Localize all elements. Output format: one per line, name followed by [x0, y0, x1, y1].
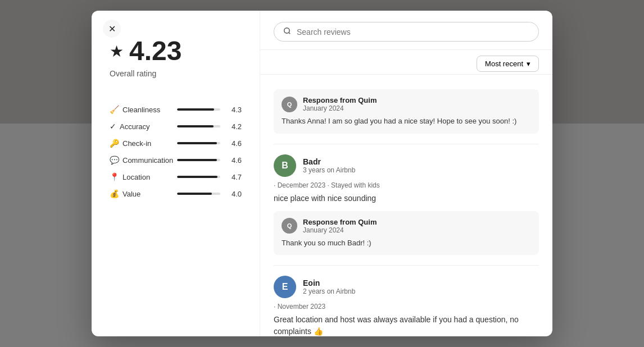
svg-point-0	[284, 28, 289, 33]
reviewer-name-2: Badr	[303, 157, 355, 166]
left-panel: ★ 4.23 Overall rating 🧹 Cleanliness	[92, 11, 260, 336]
search-bar-container	[260, 11, 552, 50]
review-text-3: Great location and host was always avail…	[274, 314, 539, 336]
value-icon: 💰	[110, 189, 119, 198]
review-item-3: E Eoin 2 years on Airbnb · November 2023…	[274, 266, 539, 336]
reviewer-meta-3: 2 years on Airbnb	[303, 287, 355, 295]
value-label: 💰 Value	[110, 189, 171, 198]
location-bar-fill	[177, 176, 217, 178]
cleanliness-bar-fill	[177, 108, 214, 111]
communication-label: 💬 Communication	[110, 156, 171, 165]
chevron-down-icon: ▾	[527, 60, 530, 68]
host-response-from-label-2: Response from Quim	[303, 218, 377, 226]
svg-line-1	[289, 33, 291, 34]
communication-icon: 💬	[110, 156, 119, 165]
search-input-wrapper[interactable]	[274, 22, 539, 42]
cleanliness-label: 🧹 Cleanliness	[110, 105, 171, 114]
search-icon	[283, 27, 291, 36]
rating-row-value: 💰 Value 4.0	[110, 189, 242, 198]
host-response-header-1: Q Response from Quim January 2024	[282, 96, 531, 112]
host-response-header-2: Q Response from Quim January 2024	[282, 218, 531, 234]
reviewer-info-3: Eoin 2 years on Airbnb	[303, 278, 355, 295]
reviews-list: Q Response from Quim January 2024 Thanks…	[260, 75, 552, 336]
accuracy-value: 4.2	[226, 122, 242, 131]
host-response-2: Q Response from Quim January 2024 Thank …	[274, 211, 539, 255]
sort-label: Most recent	[485, 60, 523, 68]
value-bar-container	[177, 193, 220, 195]
sort-bar: Most recent ▾	[260, 50, 552, 75]
close-button[interactable]: ✕	[103, 20, 121, 38]
communication-bar-fill	[177, 159, 217, 161]
sort-button[interactable]: Most recent ▾	[477, 56, 539, 72]
location-value: 4.7	[226, 173, 242, 181]
value-bar-fill	[177, 193, 212, 195]
modal-body: ★ 4.23 Overall rating 🧹 Cleanliness	[92, 11, 552, 336]
cleanliness-value: 4.3	[226, 106, 242, 114]
rating-row-communication: 💬 Communication 4.6	[110, 156, 242, 165]
reviewer-name-3: Eoin	[303, 278, 355, 287]
host-response-text-2: Thank you so much Badr! :)	[282, 238, 531, 249]
rating-row-accuracy: ✓ Accuracy 4.2	[110, 122, 242, 131]
host-response-text-1: Thanks Anna! I am so glad you had a nice…	[282, 116, 531, 127]
host-response-date-1: January 2024	[303, 104, 377, 112]
host-response-meta-2: Response from Quim January 2024	[303, 218, 377, 234]
host-response-from-label-1: Response from Quim	[303, 96, 377, 104]
modal-overlay: ✕ ★ 4.23 Overall rating	[0, 0, 644, 347]
checkin-icon: 🔑	[110, 139, 119, 148]
location-bar-container	[177, 176, 220, 178]
host-response-1: Q Response from Quim January 2024 Thanks…	[274, 89, 539, 134]
review-text-2: nice place with nice sounding	[274, 193, 539, 204]
host-avatar-1: Q	[282, 97, 297, 112]
rating-number: 4.23	[129, 38, 182, 65]
avatar-eoin: E	[274, 276, 296, 298]
star-badge: ★ 4.23	[110, 38, 182, 65]
right-panel: Most recent ▾ Q Respons	[260, 11, 552, 336]
page-background: ✕ ★ 4.23 Overall rating	[0, 0, 644, 347]
review-item: Q Response from Quim January 2024 Thanks…	[274, 75, 539, 144]
cleanliness-bar-container	[177, 108, 220, 111]
checkin-bar-fill	[177, 142, 217, 144]
review-meta-2: · December 2023 · Stayed with kids	[274, 181, 539, 189]
checkin-value: 4.6	[226, 139, 242, 148]
communication-value: 4.6	[226, 156, 242, 165]
host-avatar-2: Q	[282, 218, 297, 234]
overall-label: Overall rating	[110, 69, 156, 78]
rating-row-checkin: 🔑 Check-in 4.6	[110, 139, 242, 148]
rating-bars: 🧹 Cleanliness 4.3 ✓	[110, 105, 242, 198]
review-meta-3: · November 2023	[274, 303, 539, 311]
accuracy-icon: ✓	[110, 122, 116, 131]
checkin-bar-container	[177, 142, 220, 144]
review-item-2: B Badr 3 years on Airbnb · December 2023…	[274, 144, 539, 266]
accuracy-bar-container	[177, 125, 220, 127]
location-icon: 📍	[110, 172, 119, 181]
checkin-label: 🔑 Check-in	[110, 139, 171, 148]
search-input[interactable]	[297, 28, 529, 36]
reviewer-header-2: B Badr 3 years on Airbnb	[274, 154, 539, 177]
value-value: 4.0	[226, 190, 242, 198]
reviewer-info-2: Badr 3 years on Airbnb	[303, 157, 355, 174]
cleanliness-icon: 🧹	[110, 105, 119, 114]
host-response-meta-1: Response from Quim January 2024	[303, 96, 377, 112]
rating-row-cleanliness: 🧹 Cleanliness 4.3	[110, 105, 242, 114]
reviewer-header-3: E Eoin 2 years on Airbnb	[274, 276, 539, 298]
avatar-badr: B	[274, 154, 296, 177]
accuracy-bar-fill	[177, 125, 214, 127]
rating-row-location: 📍 Location 4.7	[110, 172, 242, 181]
reviewer-meta-2: 3 years on Airbnb	[303, 166, 355, 174]
accuracy-label: ✓ Accuracy	[110, 122, 171, 131]
location-label: 📍 Location	[110, 172, 171, 181]
rating-header: ★ 4.23 Overall rating	[110, 38, 242, 89]
communication-bar-container	[177, 159, 220, 161]
reviews-modal: ✕ ★ 4.23 Overall rating	[92, 11, 552, 336]
host-response-date-2: January 2024	[303, 226, 377, 234]
star-icon: ★	[110, 42, 124, 61]
